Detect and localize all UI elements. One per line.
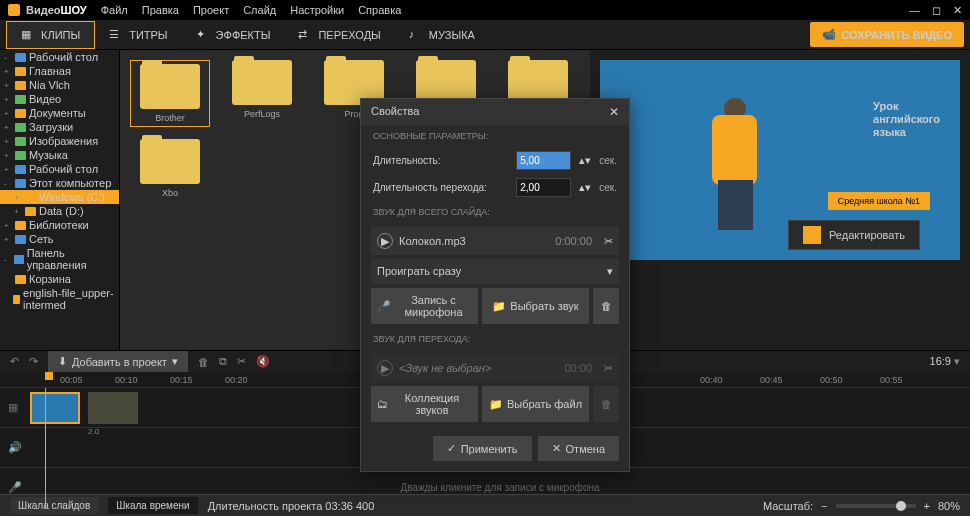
mic-icon: 🎤 bbox=[377, 300, 391, 313]
trash-icon: 🗑 bbox=[601, 300, 612, 312]
folder-icon: 📁 bbox=[492, 300, 506, 313]
tree-item[interactable]: -Рабочий стол bbox=[0, 50, 119, 64]
apply-button[interactable]: ✓Применить bbox=[433, 436, 532, 461]
zoom-in-icon[interactable]: + bbox=[924, 500, 930, 512]
tab-titles[interactable]: ☰ТИТРЫ bbox=[95, 22, 181, 48]
section-slide-sound: ЗВУК ДЛЯ ВСЕГО СЛАЙДА: bbox=[361, 201, 629, 223]
aspect-ratio[interactable]: 16:9 ▾ bbox=[930, 355, 960, 368]
section-transition-sound: ЗВУК ДЛЯ ПЕРЕХОДА: bbox=[361, 328, 629, 350]
dialog-close-icon[interactable]: ✕ bbox=[609, 105, 619, 119]
delete-file-button[interactable]: 🗑 bbox=[593, 386, 619, 422]
delete-sound-button[interactable]: 🗑 bbox=[593, 288, 619, 324]
cut-icon[interactable]: ✂ bbox=[237, 355, 246, 368]
tree-item[interactable]: +Загрузки bbox=[0, 120, 119, 134]
tab-music[interactable]: ♪МУЗЫКА bbox=[395, 22, 489, 48]
timeline-clip[interactable] bbox=[88, 392, 138, 424]
tree-item[interactable]: +Изображения bbox=[0, 134, 119, 148]
cut-icon[interactable]: ✂ bbox=[604, 362, 613, 375]
slides-scale-tab[interactable]: Шкала слайдов bbox=[10, 497, 98, 514]
add-to-project-button[interactable]: ⬇Добавить в проект▾ bbox=[48, 351, 188, 372]
dialog-title: Свойства bbox=[371, 105, 419, 119]
minimize-icon[interactable]: — bbox=[909, 4, 920, 17]
slide-audio-row: ▶ Колокол.mp3 0:00:00 ✂ bbox=[371, 227, 619, 255]
save-icon: 📹 bbox=[822, 28, 836, 41]
collection-icon: 🗂 bbox=[377, 398, 388, 410]
menu-item[interactable]: Настройки bbox=[290, 4, 344, 16]
undo-icon[interactable]: ↶ bbox=[10, 355, 19, 368]
folder-item[interactable]: Brother bbox=[130, 60, 210, 127]
playhead-marker[interactable] bbox=[45, 372, 53, 380]
cut-icon[interactable]: ✂ bbox=[604, 235, 613, 248]
tab-transitions[interactable]: ⇄ПЕРЕХОДЫ bbox=[284, 22, 394, 48]
tree-item[interactable]: -Панель управления bbox=[0, 246, 119, 272]
menu-item[interactable]: Файл bbox=[101, 4, 128, 16]
close-icon[interactable]: ✕ bbox=[953, 4, 962, 17]
transition-duration-input[interactable] bbox=[516, 178, 571, 197]
tab-effects[interactable]: ✦ЭФФЕКТЫ bbox=[182, 22, 285, 48]
maximize-icon[interactable]: ◻ bbox=[932, 4, 941, 17]
sound-collection-button[interactable]: 🗂Коллекция звуков bbox=[371, 386, 478, 422]
folder-icon: 📁 bbox=[489, 398, 503, 411]
menu-item[interactable]: Справка bbox=[358, 4, 401, 16]
tree-item[interactable]: +Data (D:) bbox=[0, 204, 119, 218]
spinner-icon[interactable]: ▴▾ bbox=[579, 181, 591, 194]
chevron-down-icon: ▾ bbox=[607, 265, 613, 278]
pencil-icon bbox=[803, 226, 821, 244]
zoom-value: 80% bbox=[938, 500, 960, 512]
folder-item[interactable]: PerfLogs bbox=[222, 60, 302, 127]
edit-button[interactable]: Редактировать bbox=[788, 220, 920, 250]
cancel-button[interactable]: ✕Отмена bbox=[538, 436, 619, 461]
play-mode-dropdown[interactable]: Проиграть сразу▾ bbox=[371, 259, 619, 284]
menu-item[interactable]: Правка bbox=[142, 4, 179, 16]
check-icon: ✓ bbox=[447, 442, 456, 455]
zoom-out-icon[interactable]: − bbox=[821, 500, 827, 512]
playhead-line[interactable] bbox=[45, 388, 46, 508]
preview-image: Уроканглийскогоязыка Средняя школа №1 Ре… bbox=[600, 60, 960, 260]
tab-clips[interactable]: ▦КЛИПЫ bbox=[6, 21, 95, 49]
mic-track-icon: 🎤 bbox=[8, 481, 22, 494]
tree-item[interactable]: -Этот компьютер bbox=[0, 176, 119, 190]
preview-panel: Уроканглийскогоязыка Средняя школа №1 Ре… bbox=[590, 50, 970, 350]
app-logo bbox=[8, 4, 20, 16]
menu-item[interactable]: Проект bbox=[193, 4, 229, 16]
audio-time: 0:00:00 bbox=[555, 235, 592, 247]
tree-item[interactable]: +Windows (C:) bbox=[0, 190, 119, 204]
delete-icon[interactable]: 🗑 bbox=[198, 356, 209, 368]
transition-duration-label: Длительность перехода: bbox=[373, 182, 508, 193]
select-file-button[interactable]: 📁Выбрать файл bbox=[482, 386, 589, 422]
tree-item[interactable]: english-file_upper-intermed bbox=[0, 286, 119, 312]
x-icon: ✕ bbox=[552, 442, 561, 455]
tree-item[interactable]: +Nia Vlch bbox=[0, 78, 119, 92]
zoom-label: Масштаб: bbox=[763, 500, 813, 512]
properties-dialog: Свойства✕ ОСНОВНЫЕ ПАРАМЕТРЫ: Длительнос… bbox=[360, 98, 630, 472]
tree-item[interactable]: Корзина bbox=[0, 272, 119, 286]
zoom-slider[interactable] bbox=[836, 504, 916, 508]
tree-item[interactable]: +Главная bbox=[0, 64, 119, 78]
spinner-icon[interactable]: ▴▾ bbox=[579, 154, 591, 167]
tree-item[interactable]: +Сеть bbox=[0, 232, 119, 246]
app-name: ВидеоШОУ bbox=[26, 4, 87, 16]
transition-audio-row: ▶ <Звук не выбран> 00:00 ✂ bbox=[371, 354, 619, 382]
play-icon[interactable]: ▶ bbox=[377, 233, 393, 249]
tree-item[interactable]: +Рабочий стол bbox=[0, 162, 119, 176]
project-duration: Длительность проекта 03:36 400 bbox=[208, 500, 375, 512]
main-menu: ФайлПравкаПроектСлайдНастройкиСправка bbox=[101, 4, 402, 16]
play-icon[interactable]: ▶ bbox=[377, 360, 393, 376]
record-mic-button[interactable]: 🎤Запись с микрофона bbox=[371, 288, 478, 324]
redo-icon[interactable]: ↷ bbox=[29, 355, 38, 368]
time-scale-tab[interactable]: Шкала времени bbox=[108, 497, 197, 514]
folder-item[interactable]: Xbo bbox=[130, 139, 210, 198]
menu-item[interactable]: Слайд bbox=[243, 4, 276, 16]
duration-label: Длительность: bbox=[373, 155, 508, 166]
tree-item[interactable]: +Документы bbox=[0, 106, 119, 120]
copy-icon[interactable]: ⧉ bbox=[219, 355, 227, 368]
duration-input[interactable] bbox=[516, 151, 571, 170]
tree-item[interactable]: +Видео bbox=[0, 92, 119, 106]
select-sound-button[interactable]: 📁Выбрать звук bbox=[482, 288, 589, 324]
tree-item[interactable]: +Библиотеки bbox=[0, 218, 119, 232]
tree-item[interactable]: +Музыка bbox=[0, 148, 119, 162]
timeline-clip[interactable] bbox=[30, 392, 80, 424]
mute-icon[interactable]: 🔇 bbox=[256, 355, 270, 368]
section-basic: ОСНОВНЫЕ ПАРАМЕТРЫ: bbox=[361, 125, 629, 147]
save-video-button[interactable]: 📹СОХРАНИТЬ ВИДЕО bbox=[810, 22, 964, 47]
